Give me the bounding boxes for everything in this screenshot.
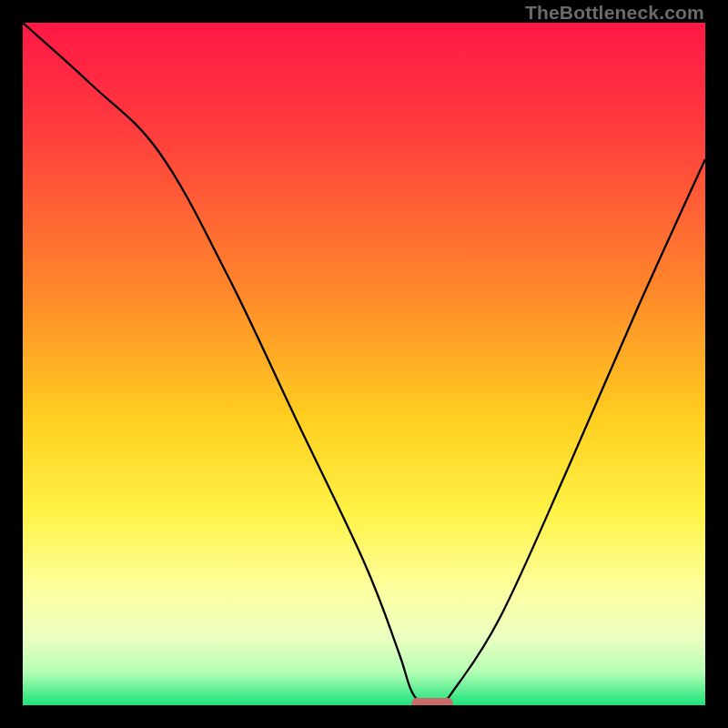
gradient-background (23, 23, 705, 705)
balance-point-marker (412, 698, 453, 705)
plot-svg (23, 23, 705, 705)
plot-area (23, 23, 705, 705)
chart-frame: TheBottleneck.com (0, 0, 728, 728)
watermark-text: TheBottleneck.com (525, 2, 704, 24)
